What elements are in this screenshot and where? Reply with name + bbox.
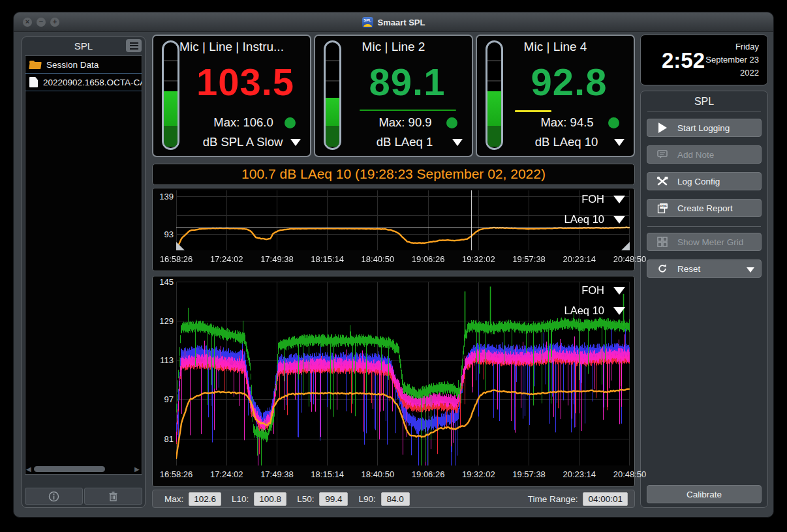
app-window: × − + SPL Smaart SPL SPL Session Data <box>13 12 774 518</box>
hamburger-icon <box>130 42 138 50</box>
control-panel-title: SPL <box>641 96 767 108</box>
sidebar-menu-button[interactable] <box>126 39 142 52</box>
screen: × − + SPL Smaart SPL SPL Session Data <box>0 0 787 532</box>
meter-value: 103.5 <box>183 58 307 106</box>
add-note-label: Add Note <box>677 150 714 160</box>
clock-time: 2:52 <box>662 48 705 73</box>
y-axis-tick-label: 93 <box>154 229 174 239</box>
session-delete-button[interactable] <box>84 488 142 505</box>
sidebar-item-session-file[interactable]: 20220902.1658.OCTA-CA <box>25 74 142 91</box>
grid-icon <box>657 237 668 247</box>
meter-status-dot <box>285 117 296 128</box>
tools-icon <box>656 176 668 186</box>
meter-mode-caret-icon[interactable] <box>614 139 625 146</box>
resize-handle-left-icon[interactable] <box>176 242 185 250</box>
titlebar: × − + SPL Smaart SPL <box>14 12 773 32</box>
x-axis-tick-label: 19:06:26 <box>412 254 445 264</box>
sidebar-horizontal-scrollbar[interactable]: ◀ ▶ <box>26 465 141 473</box>
x-axis-tick-label: 18:15:14 <box>311 254 344 264</box>
spl-history-detail-chart: 1451291139781 FOH LAeq 10 16:58:2617:24:… <box>152 276 635 487</box>
stat-value: 84.0 <box>381 492 410 506</box>
spl-meter-2: Mic | Line 2 89.1 Max: 90.9 dB LAeq 1 <box>314 35 473 157</box>
clock-weekday: Friday <box>705 40 759 53</box>
meter-mode-caret-icon[interactable] <box>452 139 463 146</box>
y-axis-tick-label: 145 <box>154 277 174 287</box>
meter-mode-label[interactable]: dB LAeq 10 <box>535 135 598 149</box>
y-axis-tick-label: 129 <box>154 316 174 326</box>
time-range-label: Time Range: <box>528 494 578 504</box>
legend-foh-2-caret-icon[interactable] <box>613 287 625 295</box>
legend-laeq10-2-caret-icon[interactable] <box>613 307 625 315</box>
reset-label: Reset <box>677 264 700 274</box>
start-logging-button[interactable]: Start Logging <box>647 119 762 137</box>
x-axis-tick-label: 16:58:26 <box>160 469 193 479</box>
x-axis-tick-label: 18:15:14 <box>311 469 344 479</box>
window-title: Smaart SPL <box>378 18 425 27</box>
reset-button[interactable]: Reset <box>647 259 762 278</box>
session-sidebar: SPL Session Data 20220902.1658.OCTA-CA ◀ <box>22 37 146 508</box>
resize-handle-right-icon[interactable] <box>621 242 630 250</box>
log-config-label: Log Config <box>677 177 720 186</box>
show-meter-grid-button[interactable]: Show Meter Grid <box>647 233 762 251</box>
time-axis: 16:58:2617:24:0217:49:3818:15:1418:40:50… <box>176 254 630 266</box>
x-axis-tick-label: 16:58:26 <box>160 254 193 264</box>
meter-input-title: Mic | Line 4 <box>477 40 634 54</box>
sidebar-item-session-data[interactable]: Session Data <box>25 56 142 74</box>
level-meter-bar <box>324 40 341 150</box>
x-axis-tick-label: 20:23:14 <box>563 469 596 479</box>
clock-date-line: September 23 <box>705 53 759 66</box>
x-axis-tick-label: 18:40:50 <box>362 254 395 264</box>
stat-label: Max: <box>164 494 183 504</box>
meter-mode-label[interactable]: dB LAeq 1 <box>377 135 433 149</box>
log-config-button[interactable]: Log Config <box>647 172 762 190</box>
time-axis-2: 16:58:2617:24:0217:49:3818:15:1418:40:50… <box>176 469 630 481</box>
meter-mode-label[interactable]: dB SPL A Slow <box>203 135 283 149</box>
legend-foh-caret-icon[interactable] <box>613 196 625 203</box>
session-file-list: Session Data 20220902.1658.OCTA-CA <box>25 55 142 475</box>
legend-foh[interactable]: FOH <box>581 193 625 205</box>
x-axis-tick-label: 20:48:50 <box>613 254 647 264</box>
meter-mode-caret-icon[interactable] <box>290 139 301 146</box>
calibrate-button[interactable]: Calibrate <box>647 485 762 503</box>
scrollbar-thumb[interactable] <box>34 466 105 472</box>
x-axis-tick-label: 19:32:02 <box>462 254 495 264</box>
stat-label: L50: <box>297 494 314 504</box>
spl-overview-plot[interactable] <box>176 190 630 250</box>
scroll-left-icon[interactable]: ◀ <box>26 466 33 473</box>
clock-year: 2022 <box>705 66 759 80</box>
spl-meter-1: Mic | Line | Instru... 103.5 Max: 106.0 … <box>152 35 311 157</box>
create-report-button[interactable]: PDF Create Report <box>647 199 762 217</box>
clock-panel: 2:52 Friday September 23 2022 <box>640 35 768 85</box>
legend-laeq10-2[interactable]: LAeq 10 <box>564 304 625 317</box>
reset-dropdown-caret-icon[interactable] <box>747 267 754 273</box>
calibrate-label: Calibrate <box>687 490 722 499</box>
stat-label: L90: <box>358 494 375 504</box>
y-axis-tick-label: 139 <box>154 192 174 201</box>
level-meter-bar <box>162 40 179 150</box>
play-icon <box>658 123 667 133</box>
x-axis-tick-label: 19:57:38 <box>512 469 546 479</box>
legend-laeq10-caret-icon[interactable] <box>613 216 625 224</box>
time-range-value[interactable]: 04:00:01 <box>583 492 628 506</box>
session-info-button[interactable] <box>25 488 83 505</box>
x-axis-tick-label: 19:57:38 <box>512 254 546 264</box>
x-axis-tick-label: 20:23:14 <box>563 254 596 264</box>
statistics-bar: Max:102.6L10:100.8L50:99.4L90:84.0 Time … <box>152 490 635 508</box>
meter-input-title: Mic | Line | Instru... <box>153 40 310 54</box>
stat-value: 100.8 <box>254 492 286 506</box>
add-note-button[interactable]: Add Note <box>647 145 762 164</box>
spl-detail-plot[interactable] <box>176 282 630 466</box>
legend-laeq10-2-label: LAeq 10 <box>564 304 604 317</box>
pdf-icon: PDF <box>657 203 668 214</box>
meter-value: 89.1 <box>345 58 469 106</box>
legend-laeq10-label: LAeq 10 <box>564 213 604 226</box>
scroll-right-icon[interactable]: ▶ <box>134 466 141 473</box>
meter-status-dot <box>446 117 457 128</box>
x-axis-tick-label: 17:49:38 <box>260 469 294 479</box>
legend-laeq10[interactable]: LAeq 10 <box>564 213 625 226</box>
file-icon <box>29 77 38 87</box>
cursor-readout-text: 100.7 dB LAeq 10 (19:28:23 September 02,… <box>153 166 634 182</box>
legend-foh-2[interactable]: FOH <box>581 284 625 297</box>
clock-date: Friday September 23 2022 <box>705 40 759 80</box>
spl-control-panel: SPL Start Logging Add Note <box>640 91 768 508</box>
